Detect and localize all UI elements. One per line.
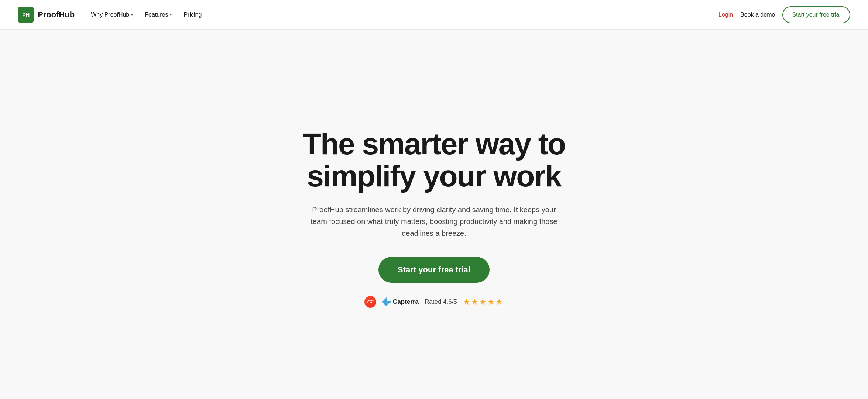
nav-item-features-label: Features (145, 11, 168, 18)
hero-headline: The smarter way to simplify your work (303, 128, 565, 192)
logo-text: ProofHub (38, 10, 75, 20)
nav-item-pricing-label: Pricing (183, 11, 202, 18)
chevron-down-icon: ▾ (170, 13, 172, 17)
rated-text: Rated 4.6/5 (425, 298, 457, 306)
nav-item-features[interactable]: Features ▾ (140, 8, 176, 21)
hero-cta-button[interactable]: Start your free trial (378, 257, 490, 283)
navbar: PH ProofHub Why ProofHub ▾ Features ▾ Pr… (0, 0, 868, 30)
capterra-badge: Capterra (382, 297, 419, 306)
capterra-label: Capterra (393, 298, 419, 306)
nav-links: Why ProofHub ▾ Features ▾ Pricing (86, 8, 206, 21)
chevron-down-icon: ▾ (131, 13, 133, 17)
book-demo-link[interactable]: Book a demo (740, 11, 775, 18)
hero-headline-line2: simplify your work (307, 159, 561, 193)
hero-headline-line1: The smarter way to (303, 127, 565, 161)
navbar-left: PH ProofHub Why ProofHub ▾ Features ▾ Pr… (18, 7, 206, 23)
g2-badge: G2 (364, 296, 376, 308)
logo[interactable]: PH ProofHub (18, 7, 75, 23)
hero-section: The smarter way to simplify your work Pr… (0, 30, 868, 399)
nav-item-why-proofhub[interactable]: Why ProofHub ▾ (86, 8, 137, 21)
hero-subtext: ProofHub streamlines work by driving cla… (305, 204, 563, 239)
g2-icon: G2 (364, 296, 376, 308)
nav-item-why-proofhub-label: Why ProofHub (91, 11, 129, 18)
navbar-cta-button[interactable]: Start your free trial (782, 6, 850, 23)
ratings-area: G2 Capterra Rated 4.6/5 ★★★★★ (364, 296, 504, 308)
capterra-icon (382, 297, 391, 306)
login-link[interactable]: Login (718, 11, 733, 18)
star-rating: ★★★★★ (463, 297, 504, 307)
logo-icon: PH (18, 7, 34, 23)
nav-item-pricing[interactable]: Pricing (179, 8, 206, 21)
svg-marker-1 (382, 297, 391, 306)
navbar-right: Login Book a demo Start your free trial (718, 6, 850, 23)
